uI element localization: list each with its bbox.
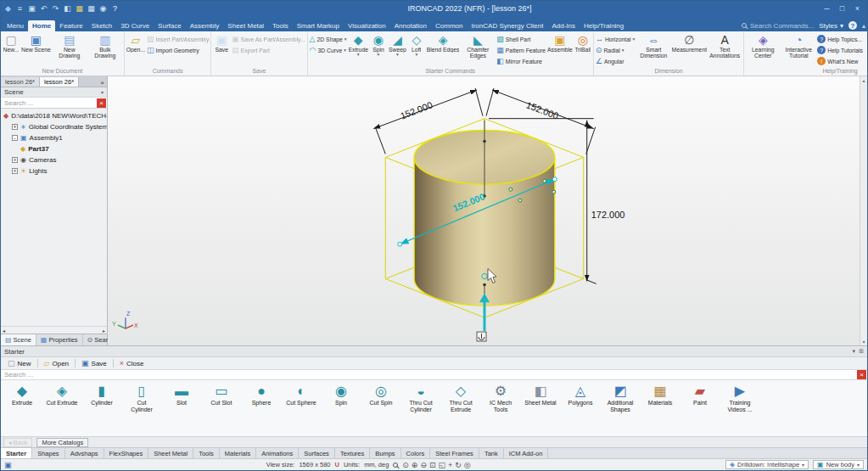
catalog-tab-shapes[interactable]: Shapes: [32, 448, 64, 459]
help-button[interactable]: ?: [110, 3, 120, 14]
catalog-item-materials[interactable]: ▦Materials: [644, 383, 676, 407]
tab-visualization[interactable]: Visualization: [344, 20, 390, 31]
palette-button[interactable]: ▦: [75, 3, 84, 14]
grid-button[interactable]: ▦: [87, 3, 96, 14]
command-search[interactable]: Search Commands...: [742, 22, 814, 30]
close-button[interactable]: ×: [850, 3, 865, 14]
loft-button[interactable]: ◇Loft▾: [407, 32, 426, 56]
tab-smart-markup[interactable]: Smart Markup: [293, 20, 344, 31]
catalog-item-cylinder[interactable]: ▮Cylinder: [86, 383, 118, 407]
catalog-item-cut-sphere[interactable]: ◐Cut Sphere: [285, 383, 317, 407]
catalog-tab-surfaces[interactable]: Surfaces: [299, 448, 335, 459]
catalog-close-button[interactable]: ×Close: [115, 358, 148, 369]
horizontal-button[interactable]: ↔Horizontal▾: [596, 34, 635, 44]
tree-item-d-data-2018-new-wor[interactable]: ◆D:\data\2018 NEW\Word\TECH-NE: [1, 110, 107, 121]
zoom-window-button[interactable]: ⊡: [429, 461, 436, 469]
tree-item-global-coordinate-sy[interactable]: +∗Global Coordinate System: [1, 121, 107, 132]
undo-button[interactable]: ↶: [39, 3, 48, 14]
catalog-tab-starter[interactable]: Starter: [1, 448, 32, 459]
anchor-icon[interactable]: [477, 332, 486, 341]
catalog-item-paint[interactable]: ▰Paint: [684, 383, 716, 407]
collapse-catalog-icon[interactable]: ▾: [853, 348, 856, 355]
radial-button[interactable]: ⊙Radial▾: [596, 45, 635, 55]
catalog-tab-advshaps[interactable]: Advshaps: [65, 448, 104, 459]
catalog-item-training-videos[interactable]: ▶Training Videos ...: [724, 383, 756, 412]
tree-expander-icon[interactable]: -: [12, 135, 18, 141]
back-button[interactable]: ◂ Back: [3, 438, 32, 447]
text-annotations-button[interactable]: AText Annotations: [707, 32, 742, 59]
triball-button[interactable]: ◎TriBall: [574, 32, 592, 53]
tree-expander-icon[interactable]: +: [12, 168, 18, 174]
tab-menu[interactable]: Menu: [3, 20, 28, 31]
zoom-in-button[interactable]: ⊕: [412, 461, 418, 469]
scroll-up-icon[interactable]: ▴: [862, 77, 865, 83]
document-tab-1[interactable]: lesson 26*: [40, 77, 79, 87]
bulk-drawing-creation-button[interactable]: ▥Bulk Drawing Creation: [87, 32, 123, 60]
new-button[interactable]: ▢New...: [2, 32, 20, 53]
document-tab-0[interactable]: lesson 26*: [1, 77, 40, 87]
pin-catalog-icon[interactable]: ⊞: [859, 348, 864, 355]
tab-add-ins[interactable]: Add-Ins: [547, 20, 580, 31]
tree-item-part37[interactable]: ◆Part37: [1, 143, 107, 154]
tree-expander-icon[interactable]: +: [12, 157, 18, 163]
check-for-updates-button[interactable]: ↻Check for Updates: [864, 32, 867, 59]
new-body-dropdown[interactable]: ▣ New body ▾: [813, 460, 864, 469]
help-tutorials-button[interactable]: ?Help Tutorials: [817, 45, 863, 55]
blend-edges-button[interactable]: ◈Blend Edges: [426, 32, 461, 53]
dimension-height-value[interactable]: 172.000: [591, 210, 625, 220]
scroll-left-icon[interactable]: ◂: [3, 328, 5, 334]
tree-item-lights[interactable]: +☀Lights: [1, 165, 107, 177]
3d-viewport[interactable]: 152.000 152.000 172.000: [108, 76, 860, 345]
tree-item-cameras[interactable]: +◉Cameras: [1, 154, 107, 165]
sweep-button[interactable]: ◢Sweep▾: [388, 32, 407, 56]
tab-3d-curve[interactable]: 3D Curve: [116, 20, 154, 31]
scroll-down-icon[interactable]: ▾: [862, 339, 865, 345]
assemble-button[interactable]: ▣Assemble: [546, 32, 574, 53]
viewport-scrollbar[interactable]: ▴ ▾: [860, 76, 867, 345]
tab-ironcad-synergy-client[interactable]: IronCAD Synergy Client: [467, 20, 547, 31]
collapse-panel-icon[interactable]: ▾: [101, 89, 104, 95]
catalog-item-spin[interactable]: ◉Spin: [325, 383, 357, 407]
pan-view-button[interactable]: +: [448, 461, 452, 469]
open-button[interactable]: ▱Open...: [126, 32, 146, 53]
tree-expander-icon[interactable]: +: [12, 124, 18, 130]
minimize-button[interactable]: ─: [820, 3, 834, 14]
new-scene-button[interactable]: ▣New Scene: [20, 32, 52, 53]
mirror-feature-button[interactable]: ◧Mirror Feature: [496, 56, 546, 66]
chamfer-edges-button[interactable]: ◣Chamfer Edges: [460, 32, 496, 59]
zoom-select-button[interactable]: ⊙: [402, 461, 409, 469]
status-doc-icon[interactable]: ▣: [4, 461, 12, 469]
catalog-tab-steel-frames[interactable]: Steel Frames: [430, 448, 479, 459]
help-icon[interactable]: ?: [848, 21, 857, 30]
close-document-icon[interactable]: ×: [98, 79, 107, 87]
panel-tab-scene[interactable]: ▤Scene: [1, 334, 36, 345]
screenshot-button[interactable]: ◧: [63, 3, 72, 14]
tab-assembly[interactable]: Assembly: [186, 20, 224, 31]
interactive-tutorial-button[interactable]: ◔Interactive Tutorial: [781, 32, 816, 59]
camera-button[interactable]: ◉: [98, 3, 108, 14]
tab-tools[interactable]: Tools: [268, 20, 293, 31]
more-catalogs-button[interactable]: More Catalogs: [36, 438, 88, 447]
catalog-open-button[interactable]: ▱Open: [40, 358, 74, 369]
catalog-item-cut-slot[interactable]: ▭Cut Slot: [205, 383, 238, 407]
3d-curve-button[interactable]: ◠3D Curve▾: [310, 45, 347, 55]
clear-search-icon[interactable]: ×: [97, 98, 106, 108]
catalog-item-cut-extrude[interactable]: ◈Cut Extrude: [46, 383, 78, 407]
pattern-feature-button[interactable]: ▦Pattern Feature: [496, 45, 546, 55]
look-at-face-button[interactable]: ◎: [464, 461, 471, 469]
catalog-tab-animations[interactable]: Animations: [256, 448, 299, 459]
catalog-item-cut-cylinder[interactable]: ▯Cut Cylinder: [126, 383, 158, 412]
save-button[interactable]: ▣Save: [212, 32, 231, 53]
new-drawing-button[interactable]: ▤New Drawing: [52, 32, 87, 59]
catalog-save-button[interactable]: ▣Save: [77, 358, 111, 369]
redo-button[interactable]: ↷: [51, 3, 60, 14]
menu-button[interactable]: ≡: [15, 3, 25, 14]
catalog-clear-search-icon[interactable]: ×: [857, 370, 866, 379]
catalog-new-button[interactable]: ▢New: [3, 358, 36, 369]
dimension-width-left-value[interactable]: 152.000: [399, 99, 434, 121]
catalog-tab-textures[interactable]: Textures: [335, 448, 370, 459]
3d-viewport-canvas[interactable]: 152.000 152.000 172.000: [108, 76, 860, 345]
catalog-tab-bumps[interactable]: Bumps: [370, 448, 400, 459]
catalog-item-sheet-metal[interactable]: ◧Sheet Metal: [524, 383, 557, 407]
maximize-button[interactable]: □: [835, 3, 849, 14]
